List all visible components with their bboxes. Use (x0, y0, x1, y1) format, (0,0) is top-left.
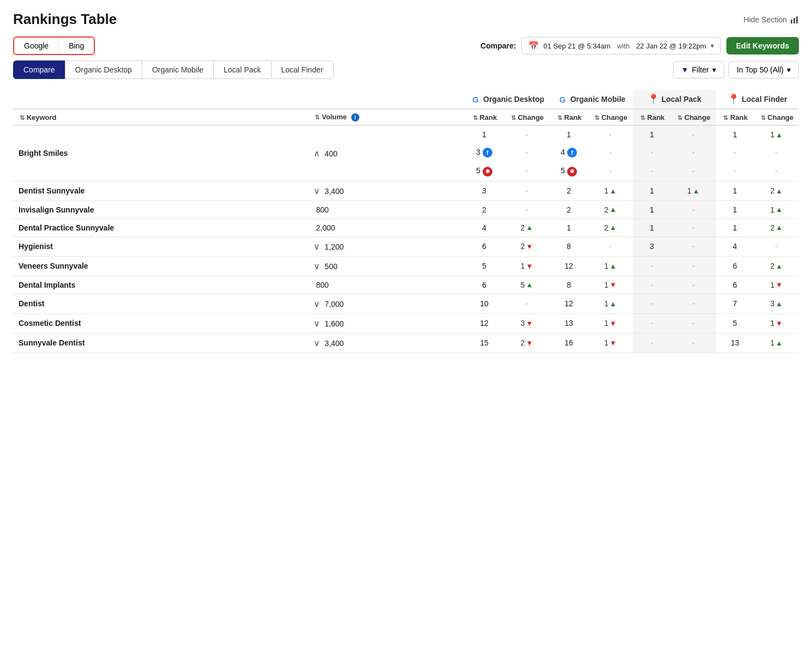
lp-change-cell: - (671, 219, 715, 237)
change-dash: - (775, 242, 778, 251)
om-rank-col-header[interactable]: ⇅ Rank (550, 109, 588, 125)
om-change-col-header[interactable]: ⇅ Change (588, 109, 633, 125)
keyword-text: Bright Smiles (19, 149, 68, 157)
lp-change-cell: - (671, 162, 715, 181)
lp-rank-cell: - (633, 256, 671, 276)
om-change-cell: 1▲ (588, 294, 633, 313)
filter-button[interactable]: ▼ Filter ▾ (673, 61, 724, 78)
change-up: 1▲ (771, 338, 783, 347)
lp-change-col-header[interactable]: ⇅ Change (671, 109, 715, 125)
rankings-table: G Organic Desktop G Organic Mobile (13, 90, 799, 353)
down-arrow-icon: ▼ (526, 262, 533, 270)
lf-change-cell: 3▲ (754, 294, 799, 313)
up-arrow-icon: ▲ (775, 262, 783, 270)
sort-icon-om-change: ⇅ (594, 114, 599, 121)
volume-value: 400 (324, 149, 337, 158)
rank-dash: - (651, 167, 653, 175)
lf-change-cell: 2▲ (754, 256, 799, 276)
svg-rect-1 (793, 18, 795, 23)
rank-value: 15 (480, 338, 489, 347)
lp-rank-col-header[interactable]: ⇅ Rank (633, 109, 671, 125)
bar-chart-icon (790, 15, 799, 24)
lp-rank-cell: - (633, 333, 671, 353)
change-dash: - (692, 130, 695, 139)
rank-value: 12 (480, 319, 489, 328)
tab-organic-mobile[interactable]: Organic Mobile (142, 60, 213, 79)
top50-chevron-icon: ▾ (787, 65, 791, 74)
top50-button[interactable]: In Top 50 (All) ▾ (729, 61, 799, 78)
volume-info-icon[interactable]: i (351, 113, 359, 122)
table-row: Sunnyvale Dentist ∨ 3,400 15 2▼ 16 1▼ - … (13, 333, 799, 353)
om-rank-cell: 2 (550, 201, 588, 219)
rank-dash: - (651, 148, 653, 157)
change-up: 1▲ (771, 130, 783, 139)
lf-change-cell: 1▲ (754, 333, 799, 353)
change-down: 1▼ (771, 281, 783, 289)
map-pin-icon-local-pack: 📍 (647, 93, 659, 105)
lp-change-cell: - (671, 294, 715, 313)
lp-rank-cell: - (633, 313, 671, 333)
od-change-cell: 5▲ (504, 276, 550, 294)
down-arrow-icon: ▼ (610, 281, 617, 289)
local-finder-group-header: 📍 Local Finder (716, 90, 799, 109)
lf-change-cell: - (754, 143, 799, 162)
om-change-cell: 1▲ (588, 256, 633, 276)
od-change-cell: - (504, 294, 550, 313)
lf-rank-cell: 6 (716, 276, 754, 294)
od-change-cell: 3▼ (504, 313, 550, 333)
rank-value: 7 (733, 299, 737, 308)
table-row: Bright Smiles ∧ 400 1 - 1 - 1 - 1 1▲ (13, 125, 799, 143)
rank-dash: - (651, 299, 653, 308)
lf-rank-cell: 6 (716, 256, 754, 276)
sort-icon-lf-change: ⇅ (761, 114, 766, 121)
tab-bar-row: Google Bing Compare: 📅 01 Sep 21 @ 5:34a… (13, 37, 799, 55)
lp-change-cell: - (671, 276, 715, 294)
tab-compare[interactable]: Compare (13, 60, 65, 79)
up-arrow-icon: ▲ (610, 223, 617, 232)
od-rank-col-header[interactable]: ⇅ Rank (465, 109, 504, 125)
rank-value: 4 (482, 223, 486, 232)
compare-date-selector[interactable]: 📅 01 Sep 21 @ 5:34am with 22 Jan 22 @ 19… (521, 37, 720, 54)
top50-label: In Top 50 (All) (737, 65, 784, 74)
tab-organic-desktop[interactable]: Organic Desktop (65, 60, 142, 79)
lf-change-col-header[interactable]: ⇅ Change (754, 109, 799, 125)
keyword-header-spacer (13, 90, 465, 109)
om-rank-cell: 12 (550, 256, 588, 276)
trend-up-icon: ∧ (314, 149, 320, 158)
change-dash: - (692, 205, 695, 214)
up-arrow-icon: ▲ (610, 262, 617, 270)
volume-cell: ∨ 1,200 (308, 237, 465, 256)
lf-rank-col-header[interactable]: ⇅ Rank (716, 109, 754, 125)
lf-change-cell: - (754, 237, 799, 256)
volume-col-header[interactable]: ⇅ Volume i (308, 109, 465, 125)
rank-value: 2 (567, 205, 571, 214)
om-change-cell: 1▼ (588, 276, 633, 294)
change-dash: - (526, 167, 528, 175)
up-arrow-icon: ▲ (775, 205, 783, 214)
od-change-col-header[interactable]: ⇅ Change (504, 109, 550, 125)
edit-keywords-button[interactable]: Edit Keywords (726, 37, 799, 54)
google-tab[interactable]: Google (14, 38, 58, 54)
od-rank-cell: 1 (465, 125, 504, 143)
volume-value: 7,000 (324, 300, 344, 308)
filter-label: Filter (692, 65, 709, 74)
tab-local-pack[interactable]: Local Pack (213, 60, 270, 79)
change-down: 1▼ (521, 262, 533, 270)
keyword-text: Dental Implants (19, 281, 75, 289)
change-dash: - (692, 262, 695, 270)
table-row: Cosmetic Dentist ∨ 1,600 12 3▼ 13 1▼ - -… (13, 313, 799, 333)
tab-local-finder[interactable]: Local Finder (271, 60, 334, 79)
keyword-text: Dentist (19, 299, 44, 308)
keyword-col-header[interactable]: ⇅ Keyword (13, 109, 308, 125)
keyword-text: Hygienist (19, 242, 53, 251)
od-rank-cell: 10 (465, 294, 504, 313)
sort-icon: ⇅ (20, 114, 25, 121)
change-dash: - (775, 148, 778, 157)
om-rank-cell: 8 (550, 276, 588, 294)
lf-rank-cell: 5 (716, 313, 754, 333)
hide-section-button[interactable]: Hide Section (744, 15, 799, 24)
bing-tab[interactable]: Bing (58, 38, 94, 54)
rank-dash: - (733, 167, 736, 175)
om-change-cell: 1▼ (588, 333, 633, 353)
om-rank-cell: 2 (550, 181, 588, 201)
